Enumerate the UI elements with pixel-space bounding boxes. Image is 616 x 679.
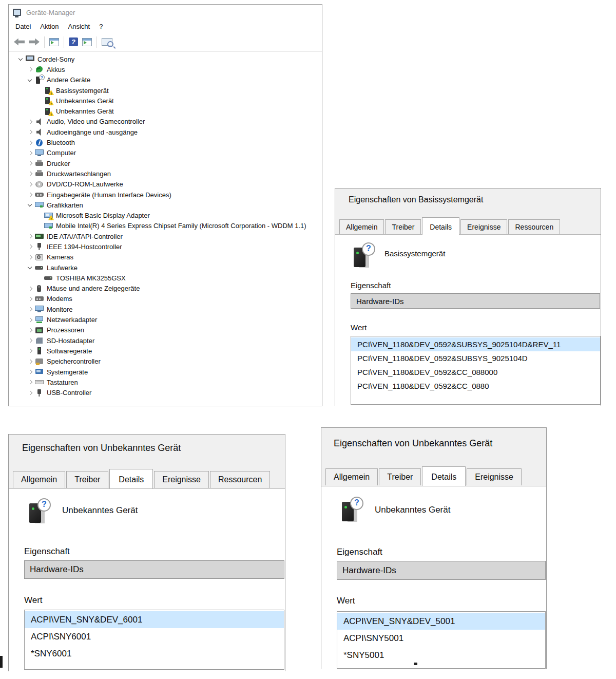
tree-item[interactable]: USB-Controller <box>9 388 322 398</box>
hardware-id-value[interactable]: ACPI\VEN_SNY&DEV_5001 <box>337 613 545 630</box>
tree-item[interactable]: Akkus <box>9 64 322 74</box>
hardware-id-value[interactable]: *SNY5001 <box>337 647 545 664</box>
chevron-right-icon[interactable] <box>25 159 35 168</box>
tree-item[interactable]: Basissystemgerät <box>9 85 322 96</box>
chevron-right-icon[interactable] <box>25 180 35 189</box>
chevron-right-icon[interactable] <box>25 232 35 241</box>
tree-item[interactable]: Drucker <box>9 158 322 168</box>
tree-item[interactable]: Audio, Video und Gamecontroller <box>9 117 322 127</box>
hardware-id-value[interactable]: PCI\VEN_1180&DEV_0592&CC_088000 <box>351 365 600 379</box>
chevron-right-icon[interactable] <box>25 242 35 251</box>
tree-item[interactable]: TOSHIBA MK3255GSX <box>9 273 322 283</box>
chevron-right-icon[interactable] <box>25 315 35 325</box>
help-icon[interactable] <box>67 36 80 47</box>
menu-item-aktion[interactable]: Aktion <box>35 21 63 32</box>
chevron-right-icon[interactable] <box>25 148 35 158</box>
tree-item[interactable]: Kameras <box>9 252 322 262</box>
property-combobox[interactable]: Hardware-IDs <box>351 293 600 309</box>
chevron-right-icon[interactable] <box>25 378 35 387</box>
tab-treiber[interactable]: Treiber <box>385 219 421 234</box>
tree-item[interactable]: Cordel-Sony <box>9 54 322 64</box>
chevron-right-icon[interactable] <box>25 284 35 293</box>
tree-item[interactable]: Microsoft Basic Display Adapter <box>9 210 322 220</box>
chevron-right-icon[interactable] <box>25 117 35 126</box>
tree-item[interactable]: Bluetooth <box>9 137 322 147</box>
tree-item[interactable]: Andere Geräte <box>9 75 322 85</box>
tree-item[interactable]: Monitore <box>9 304 322 314</box>
tree-item[interactable]: Netzwerkadapter <box>9 314 322 325</box>
tree-item[interactable]: Tastaturen <box>9 377 322 387</box>
chevron-right-icon[interactable] <box>25 357 35 366</box>
chevron-right-icon[interactable] <box>25 305 35 314</box>
chevron-right-icon[interactable] <box>25 367 35 376</box>
properties-window-icon[interactable] <box>80 37 94 47</box>
chevron-right-icon[interactable] <box>25 127 35 137</box>
chevron-down-icon[interactable] <box>25 200 35 210</box>
hardware-id-value[interactable]: ACPI\VEN_SNY&DEV_6001 <box>25 611 284 628</box>
chevron-right-icon[interactable] <box>25 336 35 345</box>
tree-item[interactable]: Unbekanntes Gerät <box>9 106 322 116</box>
chevron-down-icon[interactable] <box>25 76 35 85</box>
tree-item[interactable]: DVD/CD-ROM-Laufwerke <box>9 179 322 190</box>
tab-treiber[interactable]: Treiber <box>379 468 421 485</box>
tab-treiber[interactable]: Treiber <box>66 471 108 488</box>
chevron-right-icon[interactable] <box>25 65 35 74</box>
hardware-id-value[interactable]: ACPI\SNY5001 <box>337 630 545 647</box>
property-combobox[interactable]: Hardware-IDs <box>337 561 546 580</box>
tree-item[interactable]: Prozessoren <box>9 325 322 335</box>
chevron-right-icon[interactable] <box>25 294 35 304</box>
tree-item[interactable]: Softwaregeräte <box>9 346 322 356</box>
tree-item[interactable]: Speichercontroller <box>9 356 322 367</box>
tab-details[interactable]: Details <box>422 466 466 486</box>
tree-item[interactable]: Systemgeräte <box>9 367 322 377</box>
hardware-id-value[interactable]: ACPI\SNY6001 <box>25 628 284 645</box>
console-window-icon[interactable] <box>47 37 61 47</box>
hardware-id-value[interactable]: PCI\VEN_1180&DEV_0592&SUBSYS_9025104D&RE… <box>351 337 600 351</box>
menu-item-ansicht[interactable]: Ansicht <box>64 21 95 32</box>
tree-item[interactable]: Modems <box>9 294 322 304</box>
tree-item[interactable]: Druckwarteschlangen <box>9 168 322 179</box>
tree-item[interactable]: Computer <box>9 148 322 158</box>
tab-allgemein[interactable]: Allgemein <box>339 219 384 234</box>
back-icon[interactable] <box>12 37 27 47</box>
tab-ereignisse[interactable]: Ereignisse <box>460 219 507 234</box>
chevron-right-icon[interactable] <box>25 169 35 178</box>
chevron-right-icon[interactable] <box>25 388 35 398</box>
tree-item[interactable]: Mäuse und andere Zeigegeräte <box>9 284 322 294</box>
chevron-right-icon[interactable] <box>25 190 35 199</box>
forward-icon[interactable] <box>27 37 42 47</box>
chevron-right-icon[interactable] <box>25 326 35 335</box>
tree-item[interactable]: Mobile Intel(R) 4 Series Express Chipset… <box>9 221 322 231</box>
tab-ressourcen[interactable]: Ressourcen <box>508 219 560 234</box>
tab-allgemein[interactable]: Allgemein <box>325 468 378 485</box>
chevron-right-icon[interactable] <box>25 346 35 355</box>
tab-ereignisse[interactable]: Ereignisse <box>467 468 522 485</box>
menu-item-help[interactable]: ? <box>94 21 107 32</box>
tree-item[interactable]: Laufwerke <box>9 262 322 273</box>
tab-ereignisse[interactable]: Ereignisse <box>154 471 209 488</box>
hardware-id-value[interactable]: PCI\VEN_1180&DEV_0592&CC_0880 <box>351 379 600 393</box>
tree-item[interactable]: IDE ATA/ATAPI-Controller <box>9 231 322 241</box>
tree-item[interactable]: SD-Hostadapter <box>9 335 322 346</box>
chevron-right-icon[interactable] <box>25 138 35 147</box>
tab-details[interactable]: Details <box>109 469 153 488</box>
scan-hardware-changes-icon[interactable] <box>100 37 118 47</box>
chevron-right-icon[interactable] <box>25 253 35 262</box>
property-combobox[interactable]: Hardware-IDs <box>24 560 284 579</box>
tree-item-label: IDE ATA/ATAPI-Controller <box>47 233 123 240</box>
tab-ressourcen[interactable]: Ressourcen <box>210 471 270 488</box>
tree-item[interactable]: Audioeingänge und -ausgänge <box>9 127 322 137</box>
tree-item[interactable]: Unbekanntes Gerät <box>9 96 322 106</box>
tree-item[interactable]: Grafikkarten <box>9 200 322 210</box>
tree-item[interactable]: IEEE 1394-Hostcontroller <box>9 241 322 252</box>
chevron-down-icon[interactable] <box>16 54 26 64</box>
menu-item-datei[interactable]: Datei <box>11 21 35 32</box>
usb-icon <box>35 242 44 251</box>
tree-item[interactable]: Eingabegeräte (Human Interface Devices) <box>9 190 322 200</box>
tab-allgemein[interactable]: Allgemein <box>13 471 65 488</box>
chevron-down-icon[interactable] <box>25 263 35 272</box>
tab-details[interactable]: Details <box>422 217 459 235</box>
hardware-id-value[interactable]: PCI\VEN_1180&DEV_0592&SUBSYS_9025104D <box>351 351 600 365</box>
tab-page: Basissystemgerät Eigenschaft Hardware-ID… <box>335 234 601 406</box>
hardware-id-value[interactable]: *SNY6001 <box>25 645 284 662</box>
